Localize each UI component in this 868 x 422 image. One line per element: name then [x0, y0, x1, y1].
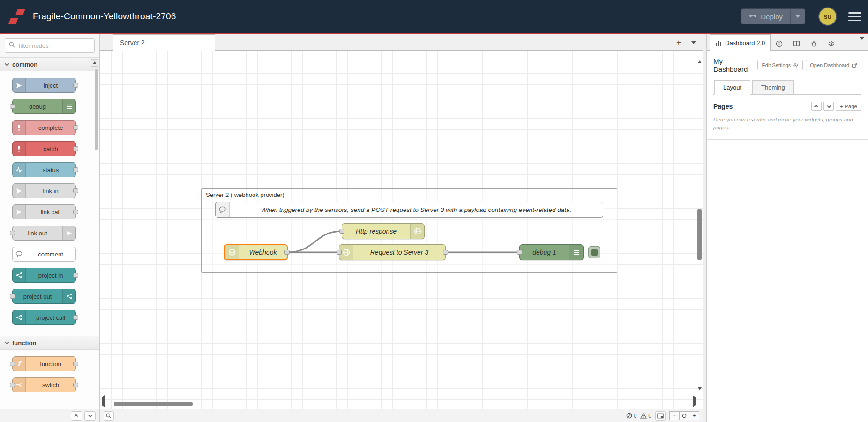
- sidebar-tab-help[interactable]: [788, 37, 805, 50]
- scroll-down-button[interactable]: [698, 390, 702, 399]
- zoom-reset-button[interactable]: [679, 411, 689, 420]
- main-menu-button[interactable]: [848, 12, 861, 21]
- sidebar-menu-button[interactable]: [860, 40, 864, 48]
- palette-node-link-in[interactable]: link in: [12, 183, 76, 198]
- warning-count[interactable]: 0: [640, 413, 651, 419]
- workspace-tab-server-2[interactable]: Server 2: [113, 34, 215, 51]
- palette-node-debug[interactable]: debug: [12, 99, 76, 114]
- zoom-out-button[interactable]: −: [669, 411, 680, 420]
- output-port: [73, 383, 78, 387]
- open-dashboard-button[interactable]: Open Dashboard: [806, 60, 861, 70]
- flow-editor: Server 2 + Server 2 ( webhook provider): [100, 34, 703, 422]
- user-avatar[interactable]: su: [819, 8, 836, 25]
- minus-icon: −: [673, 413, 676, 419]
- palette: common inject debug comple: [0, 34, 100, 422]
- scroll-up-button[interactable]: [698, 53, 702, 61]
- deploy-menu-button[interactable]: [791, 8, 805, 24]
- tab-theming[interactable]: Theming: [752, 80, 794, 95]
- sidebar-tab-dashboard[interactable]: Dashboard 2.0: [710, 34, 771, 51]
- palette-category-common[interactable]: common: [0, 57, 99, 71]
- palette-scrollbar[interactable]: [95, 69, 98, 150]
- horizontal-scrollbar[interactable]: [114, 402, 193, 406]
- dashboard-title: My Dashboard: [713, 57, 757, 73]
- debug-list-icon: [569, 245, 583, 260]
- node-http-response[interactable]: Http response: [342, 223, 425, 239]
- sidebar-splitter[interactable]: [703, 34, 707, 422]
- search-icon: [106, 413, 112, 419]
- palette-node-project-in[interactable]: project in: [12, 268, 76, 283]
- palette-node-label: debug: [13, 103, 62, 110]
- error-count[interactable]: 0: [626, 413, 637, 419]
- tab-layout[interactable]: Layout: [714, 80, 750, 95]
- palette-node-project-call[interactable]: project call: [12, 310, 76, 325]
- input-port[interactable]: [517, 250, 522, 255]
- palette-node-label: switch: [26, 382, 75, 389]
- link-icon: [13, 184, 26, 198]
- node-webhook[interactable]: Webhook: [224, 244, 288, 260]
- palette-node-link-out[interactable]: link out: [12, 226, 76, 241]
- palette-node-comment[interactable]: comment: [12, 247, 76, 262]
- collapse-all-button[interactable]: [71, 411, 82, 421]
- palette-category-function[interactable]: function: [0, 336, 99, 350]
- edit-settings-label: Edit Settings: [762, 62, 791, 68]
- palette-node-function[interactable]: f function: [12, 356, 76, 371]
- output-port: [73, 315, 78, 320]
- sidebar-tab-info[interactable]: [771, 37, 788, 50]
- pulse-icon: [13, 163, 26, 177]
- deploy-button[interactable]: Deploy: [741, 8, 805, 24]
- move-page-down-button[interactable]: [823, 102, 834, 111]
- expand-all-button[interactable]: [84, 411, 96, 421]
- input-port: [10, 362, 15, 366]
- flow-canvas[interactable]: Server 2 ( webhook provider) When trigge…: [100, 51, 703, 409]
- editor-footer: 0 0 − +: [100, 409, 703, 422]
- palette-search-input[interactable]: [18, 42, 102, 50]
- deploy-main[interactable]: Deploy: [741, 13, 790, 21]
- scroll-left-button[interactable]: [102, 397, 105, 406]
- palette-node-status[interactable]: status: [12, 162, 76, 177]
- output-port[interactable]: [284, 250, 290, 255]
- palette-node-project-out[interactable]: project out: [12, 289, 76, 304]
- add-page-button[interactable]: + Page: [836, 102, 861, 111]
- palette-node-label: link in: [26, 188, 75, 195]
- bug-icon: [810, 40, 817, 47]
- palette-node-label: catch: [26, 145, 75, 152]
- palette-node-catch[interactable]: catch: [12, 141, 76, 156]
- exclamation-icon: [13, 142, 26, 156]
- sidebar-tab-label: Dashboard 2.0: [725, 39, 765, 46]
- triangle-up-icon: [93, 61, 97, 64]
- input-port[interactable]: [339, 229, 344, 234]
- palette-node-complete[interactable]: complete: [12, 120, 76, 135]
- palette-node-link-call[interactable]: link call: [12, 204, 76, 219]
- navigator-icon: [657, 413, 664, 419]
- palette-node-label: project in: [26, 272, 75, 279]
- navigator-toggle-button[interactable]: [655, 411, 666, 421]
- link-icon: [62, 226, 75, 240]
- speech-bubble-icon: [13, 247, 26, 261]
- input-port[interactable]: [337, 250, 342, 255]
- sidebar-tab-config[interactable]: [823, 37, 840, 50]
- sidebar-tab-debug[interactable]: [805, 37, 823, 50]
- node-label: debug 1: [520, 249, 569, 256]
- node-debug-1[interactable]: debug 1: [519, 244, 584, 260]
- palette-scroll-up-button[interactable]: [91, 59, 98, 67]
- palette-node-inject[interactable]: inject: [12, 78, 76, 93]
- pages-heading: Pages: [713, 103, 733, 110]
- zoom-reset-icon: [682, 414, 687, 418]
- debug-toggle-button[interactable]: [588, 246, 600, 258]
- output-port[interactable]: [443, 250, 448, 255]
- add-flow-button[interactable]: +: [672, 37, 685, 49]
- zoom-in-button[interactable]: +: [689, 411, 699, 420]
- node-request-to-server-3[interactable]: Request to Server 3: [339, 244, 446, 260]
- comment-node[interactable]: When triggered by the sensors, send a PO…: [215, 202, 603, 218]
- palette-node-label: project call: [26, 314, 75, 321]
- debug-toggle-indicator: [591, 249, 598, 256]
- edit-settings-button[interactable]: Edit Settings: [757, 60, 803, 70]
- flow-list-button[interactable]: [687, 37, 700, 49]
- scroll-right-button[interactable]: [693, 397, 696, 406]
- palette-node-switch[interactable]: switch: [12, 377, 76, 392]
- vertical-scrollbar[interactable]: [697, 209, 702, 260]
- move-page-up-button[interactable]: [811, 102, 822, 111]
- search-flows-button[interactable]: [104, 411, 114, 421]
- palette-search[interactable]: [5, 38, 95, 53]
- chevron-down-icon: [5, 61, 9, 66]
